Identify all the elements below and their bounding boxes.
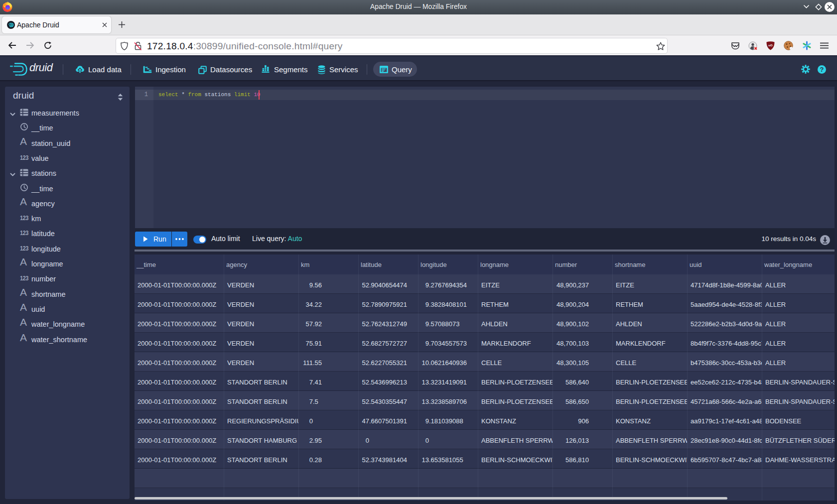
- svg-text:uO: uO: [768, 44, 773, 47]
